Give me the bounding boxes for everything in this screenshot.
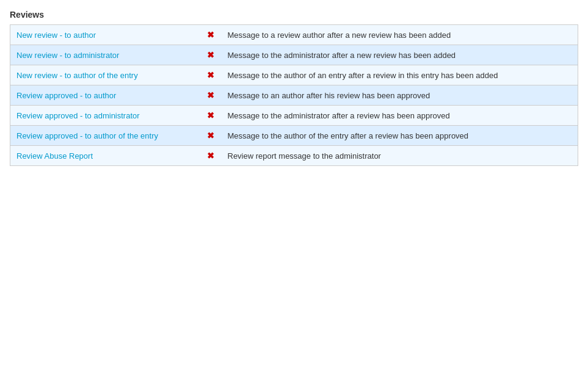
description-new-review-to-author-of-entry: Message to the author of an entry after … — [222, 65, 578, 85]
link-review-approved-to-author[interactable]: Review approved - to author — [16, 91, 116, 100]
description-review-abuse-report: Review report message to the administrat… — [222, 146, 578, 166]
row-link-new-review-to-administrator[interactable]: New review - to administrator — [10, 45, 200, 65]
table-row: New review - to author of the entry✖Mess… — [10, 65, 578, 85]
table-row: Review approved - to author of the entry… — [10, 126, 578, 146]
description-new-review-to-author: Message to a review author after a new r… — [222, 25, 578, 45]
link-review-approved-to-author-of-entry[interactable]: Review approved - to author of the entry — [16, 131, 158, 140]
row-link-review-approved-to-administrator[interactable]: Review approved - to administrator — [10, 106, 200, 126]
row-link-review-approved-to-author[interactable]: Review approved - to author — [10, 85, 200, 106]
main-container: Reviews New review - to author✖Message t… — [0, 0, 588, 176]
table-row: New review - to administrator✖Message to… — [10, 45, 578, 65]
table-row: Review approved - to author✖Message to a… — [10, 85, 578, 106]
table-row: Review Abuse Report✖Review report messag… — [10, 146, 578, 166]
row-link-review-approved-to-author-of-entry[interactable]: Review approved - to author of the entry — [10, 126, 200, 146]
row-link-review-abuse-report[interactable]: Review Abuse Report — [10, 146, 200, 166]
x-icon-review-approved-to-author-of-entry: ✖ — [200, 126, 222, 146]
description-new-review-to-administrator: Message to the administrator after a new… — [222, 45, 578, 65]
x-icon-review-abuse-report: ✖ — [200, 146, 222, 166]
x-icon-new-review-to-author: ✖ — [200, 25, 222, 45]
link-new-review-to-administrator[interactable]: New review - to administrator — [16, 51, 119, 60]
link-new-review-to-author[interactable]: New review - to author — [16, 31, 96, 40]
description-review-approved-to-administrator: Message to the administrator after a rev… — [222, 106, 578, 126]
x-icon-review-approved-to-author: ✖ — [200, 85, 222, 106]
description-review-approved-to-author: Message to an author after his review ha… — [222, 85, 578, 106]
link-review-approved-to-administrator[interactable]: Review approved - to administrator — [16, 111, 140, 120]
link-review-abuse-report[interactable]: Review Abuse Report — [16, 151, 93, 161]
section-title: Reviews — [10, 10, 578, 20]
row-link-new-review-to-author[interactable]: New review - to author — [10, 25, 200, 45]
table-row: New review - to author✖Message to a revi… — [10, 25, 578, 45]
x-icon-new-review-to-administrator: ✖ — [200, 45, 222, 65]
link-new-review-to-author-of-entry[interactable]: New review - to author of the entry — [16, 71, 138, 80]
description-review-approved-to-author-of-entry: Message to the author of the entry after… — [222, 126, 578, 146]
row-link-new-review-to-author-of-entry[interactable]: New review - to author of the entry — [10, 65, 200, 85]
table-row: Review approved - to administrator✖Messa… — [10, 106, 578, 126]
x-icon-review-approved-to-administrator: ✖ — [200, 106, 222, 126]
reviews-table: New review - to author✖Message to a revi… — [10, 24, 578, 166]
x-icon-new-review-to-author-of-entry: ✖ — [200, 65, 222, 85]
